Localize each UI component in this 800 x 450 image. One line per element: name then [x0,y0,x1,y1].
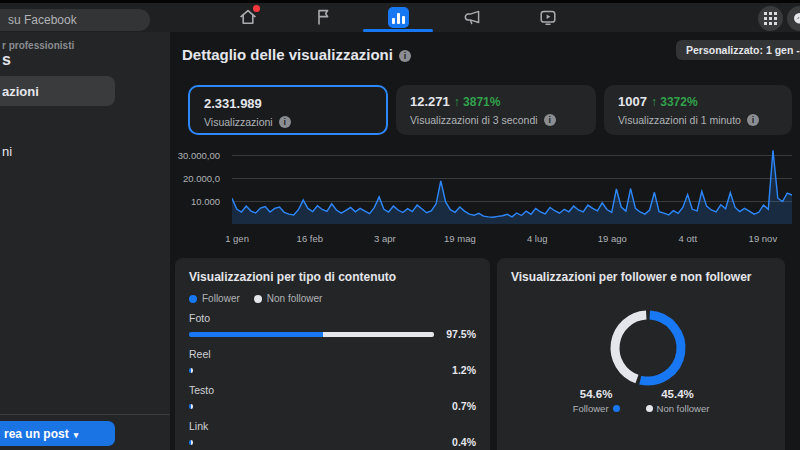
nav-home-button[interactable] [235,4,261,30]
y-axis-labels: 30.000,0020.000,010.000 [160,144,226,214]
donut-stats: 54.6% Follower 45.4% Non follower [497,388,785,414]
flag-icon [313,7,333,27]
y-tick-label: 10.000 [160,196,220,207]
info-icon[interactable] [747,114,759,126]
sidebar-item-label: azioni [2,84,39,99]
bar-non-follower-segment [191,368,193,373]
stat-card-1-minuto[interactable]: 1007↑ 3372% Visualizzazioni di 1 minuto [604,85,792,135]
content-type-panel: Visualizzazioni per tipo di contenuto Fo… [175,258,490,450]
facebook-insights-screen: su Facebook [0,0,800,450]
info-icon[interactable] [544,114,556,126]
views-line-chart[interactable] [232,144,792,240]
notification-dot [253,5,260,12]
sidebar: r professionisti s azioni ni rea un post [0,32,170,450]
search-input[interactable]: su Facebook [0,9,150,31]
x-tick-label: 4 lug [527,233,548,244]
sidebar-divider [0,414,170,415]
x-tick-label: 19 ago [598,233,627,244]
info-icon[interactable] [279,116,291,128]
y-tick-label: 20.000,0 [160,173,220,184]
sidebar-app-title: s [2,51,11,69]
follower-split-panel: Visualizzazioni per follower e non follo… [497,258,785,450]
donut-non-follower-slice [615,315,646,379]
page-title: Dettaglio delle visualizzazioni [182,46,411,63]
nav-pages-button[interactable] [310,4,336,30]
follower-stat: 54.6% Follower [573,388,620,414]
non-follower-dot-icon [254,295,262,303]
content-type-bar[interactable] [189,368,434,373]
donut-follower-slice [640,315,681,381]
legend-follower[interactable]: Follower [189,293,240,304]
messenger-icon [793,12,800,25]
megaphone-icon [463,7,483,27]
y-tick-label: 30.000,00 [160,150,220,161]
sidebar-item-visualizzazioni[interactable]: azioni [0,76,115,106]
sidebar-item-secondary[interactable]: ni [2,144,12,159]
apps-menu-button[interactable] [758,6,783,31]
create-post-label: rea un post [4,427,78,441]
content-type-category: Foto [189,312,476,324]
content-type-row: Reel1.2% [189,348,476,376]
nav-insights-button[interactable] [385,4,411,30]
content-type-title: Visualizzazioni per tipo di contenuto [189,270,476,284]
delta-badge: ↑ 3372% [651,95,698,109]
search-placeholder: su Facebook [8,13,77,27]
follower-donut-chart: 54.6% Follower 45.4% Non follower [497,258,785,450]
topbar: su Facebook [0,3,800,32]
line-series-path [232,150,792,217]
grid-icon [764,12,777,25]
content-type-bar[interactable] [189,440,434,445]
x-tick-label: 3 apr [374,233,396,244]
x-tick-label: 16 feb [297,233,323,244]
content-type-row: Foto97.5% [189,312,476,340]
bar-non-follower-segment [191,440,193,445]
video-icon [538,7,558,27]
content-type-category: Reel [189,348,476,360]
line-series [232,144,792,240]
x-tick-label: 19 nov [749,233,778,244]
content-type-row: Testo0.7% [189,384,476,412]
content-type-value: 0.4% [440,436,476,448]
info-icon[interactable] [399,50,411,62]
insights-icon [388,7,409,28]
create-post-button[interactable]: rea un post [0,421,115,446]
content-type-value: 1.2% [440,364,476,376]
non-follower-stat: 45.4% Non follower [646,388,710,414]
x-tick-label: 4 ott [679,233,698,244]
content-type-bars: Foto97.5%Reel1.2%Testo0.7%Link0.4%Storia… [189,312,476,450]
date-range-button[interactable]: Personalizzato: 1 gen - 31 dic [676,40,800,60]
x-tick-label: 1 gen [225,233,249,244]
x-axis-labels: 1 gen16 feb3 apr19 mag4 lug19 ago4 ott19… [232,233,792,245]
active-tab-underline [363,29,433,32]
stat-card-3-secondi[interactable]: 12.271↑ 3871% Visualizzazioni di 3 secon… [396,85,596,135]
bar-follower-segment [189,332,323,337]
content-type-value: 0.7% [440,400,476,412]
content-type-bar[interactable] [189,404,434,409]
delta-badge: ↑ 3871% [454,95,501,109]
x-tick-label: 19 mag [444,233,476,244]
messenger-button[interactable] [787,6,800,31]
content-type-category: Testo [189,384,476,396]
legend-non-follower[interactable]: Non follower [254,293,323,304]
bar-non-follower-segment [323,332,434,337]
non-follower-dot-icon [646,405,653,412]
content-type-legend: Follower Non follower [189,293,476,304]
content-type-value: 97.5% [440,328,476,340]
donut-chart[interactable] [497,258,785,450]
sidebar-section-label: r professionisti [2,40,74,51]
follower-dot-icon [613,405,620,412]
stat-card-visualizzazioni[interactable]: 2.331.989 Visualizzazioni [188,85,388,135]
nav-ads-button[interactable] [460,4,486,30]
follower-dot-icon [189,295,197,303]
content-type-bar[interactable] [189,332,434,337]
content-type-category: Link [189,420,476,432]
bar-non-follower-segment [191,404,193,409]
nav-video-button[interactable] [535,4,561,30]
content-type-row: Link0.4% [189,420,476,448]
line-area-fill [232,150,792,224]
